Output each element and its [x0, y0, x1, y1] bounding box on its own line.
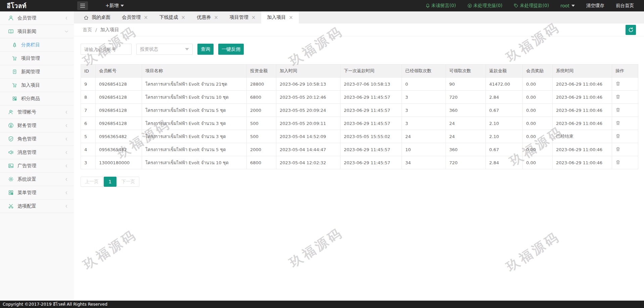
table-cell: 0926854128	[96, 117, 142, 130]
page-content: 投资状态 查询 一键反佣 ID会员帐号项目名称投资金额加入时间下一次返款时间已经…	[74, 36, 644, 187]
shield-check-icon	[8, 136, 14, 142]
table-cell: 0956365482	[96, 143, 142, 156]
notification-link[interactable]: 未读留言(0)	[425, 3, 456, 9]
sidebar-item-菜单管理[interactable]: 菜单管理	[0, 186, 74, 200]
trash-icon[interactable]	[615, 133, 620, 139]
sidebar-item-项目管理[interactable]: 项目管理	[0, 52, 74, 65]
sidebar-item-管理帐号[interactable]: 管理帐号	[0, 105, 74, 119]
sidebar-item-角色管理[interactable]: 角色管理	[0, 132, 74, 146]
sidebar-item-选项配置[interactable]: 选项配置	[0, 200, 74, 213]
close-icon[interactable]: ×	[181, 15, 186, 20]
tab-加入项目[interactable]: 加入项目×	[261, 11, 299, 24]
trash-icon[interactable]	[615, 81, 620, 86]
trash-icon[interactable]	[615, 160, 620, 165]
sidebar-item-广告管理[interactable]: 广告管理	[0, 159, 74, 173]
table-cell: 7	[81, 104, 96, 117]
table-cell: 2023-06-29 10:58:13	[276, 78, 340, 91]
table-cell: 41472.00	[486, 78, 523, 91]
table-cell: 2023-05-04 14:44:47	[276, 143, 340, 156]
table-cell: 8	[81, 91, 96, 104]
chevron-left-icon	[64, 177, 68, 181]
trash-icon[interactable]	[615, 94, 620, 99]
front-home-link[interactable]: 前台首页	[616, 3, 634, 9]
trash-icon[interactable]	[615, 120, 620, 126]
tree-icon	[12, 42, 17, 47]
refresh-icon	[628, 27, 634, 33]
sidebar-item-财务管理[interactable]: 财务管理	[0, 119, 74, 132]
sidebar-item-label: 加入项目	[21, 82, 40, 88]
member-account-input[interactable]	[81, 44, 132, 55]
column-header-下一次返款时间: 下一次返款时间	[340, 64, 402, 78]
column-header-会员帐号: 会员帐号	[96, 64, 142, 78]
document-icon	[12, 69, 17, 74]
tab-下线提成[interactable]: 下线提成×	[154, 11, 191, 24]
close-icon[interactable]: ×	[144, 15, 148, 20]
clear-cache-link[interactable]: 清空缓存	[586, 3, 604, 9]
notification-link[interactable]: 未处理充值(0)	[467, 3, 503, 9]
filter-toolbar: 投资状态 查询 一键反佣	[81, 44, 637, 55]
table-row: 90926854128โครงการเสาเข็มไฟฟ้า Evolt จำน…	[81, 78, 638, 91]
table-cell: โครงการเสาเข็มไฟฟ้า Evolt จำนวน 10 ชุด	[142, 91, 247, 104]
close-icon[interactable]: ×	[214, 15, 218, 20]
add-new-button[interactable]: +新增	[105, 3, 124, 9]
close-icon[interactable]: ×	[251, 15, 256, 20]
column-header-已经领取次数: 已经领取次数	[402, 64, 446, 78]
username: root	[560, 3, 569, 8]
table-row: 313000180000โครงการเสาเข็มไฟฟ้า Evolt จำ…	[81, 156, 638, 169]
invest-status-select[interactable]: 投资状态	[136, 44, 193, 55]
sidebar-item-分类栏目[interactable]: 分类栏目	[0, 38, 74, 52]
notification-link[interactable]: 未处理提款(0)	[514, 3, 549, 9]
column-header-加入时间: 加入时间	[276, 64, 340, 78]
current-page-button[interactable]: 1	[104, 177, 117, 187]
table-cell: 3	[402, 117, 446, 130]
trash-icon[interactable]	[615, 146, 620, 152]
tab-项目管理[interactable]: 项目管理×	[224, 11, 262, 24]
one-key-rebate-button[interactable]: 一键反佣	[218, 44, 244, 55]
sidebar-item-积分商品[interactable]: 积分商品	[0, 92, 74, 105]
pagination: 上一页 1 下一页	[81, 177, 637, 187]
gear-icon	[8, 176, 14, 182]
table-cell: 3	[81, 156, 96, 169]
chevron-left-icon	[64, 164, 68, 168]
sidebar-item-会员管理[interactable]: 会员管理	[0, 11, 74, 25]
actions-cell	[612, 91, 638, 104]
table-cell: 500	[247, 130, 276, 143]
table-cell: 2.84	[486, 156, 523, 169]
table-cell: โครงการเสาเข็มไฟฟ้า Evolt จำนวน 3 ชุด	[142, 117, 247, 130]
sidebar-item-消息管理[interactable]: 消息管理	[0, 146, 74, 159]
actions-cell	[612, 156, 638, 169]
trash-icon[interactable]	[615, 107, 620, 113]
tab-label: 优惠券	[197, 14, 211, 20]
table-cell: โครงการเสาเข็มไฟฟ้า Evolt จำนวน 21ชุด	[142, 78, 247, 91]
tab-我的桌面[interactable]: 我的桌面	[78, 11, 116, 24]
table-cell: 已经结束	[553, 130, 612, 143]
column-header-投资金额: 投资金额	[247, 64, 276, 78]
grid-plus-icon	[8, 190, 14, 195]
sidebar-item-加入项目[interactable]: 加入项目	[0, 79, 74, 92]
table-cell: 90	[446, 78, 486, 91]
close-icon[interactable]: ×	[289, 15, 293, 20]
next-page-button[interactable]: 下一页	[117, 177, 140, 187]
header-right-area: 未读留言(0)未处理充值(0)未处理提款(0) root 清空缓存 前台首页	[425, 3, 644, 9]
sidebar-toggle-button[interactable]	[77, 1, 88, 10]
actions-cell	[612, 117, 638, 130]
sidebar-item-新闻管理[interactable]: 新闻管理	[0, 65, 74, 79]
prev-page-button[interactable]: 上一页	[81, 177, 103, 187]
copyright-text: Copyright ©2017-2019 อีโวลท์ All Rights …	[3, 301, 107, 308]
search-button[interactable]: 查询	[197, 44, 214, 55]
tab-优惠券[interactable]: 优惠券×	[191, 11, 224, 24]
user-dropdown[interactable]: root	[560, 3, 575, 8]
grid-plus-icon	[12, 96, 17, 101]
column-header-系统时间: 系统时间	[553, 64, 612, 78]
sidebar-item-项目新闻[interactable]: 项目新闻	[0, 25, 74, 38]
table-cell: 13000180000	[96, 156, 142, 169]
table-header-row: ID会员帐号项目名称投资金额加入时间下一次返款时间已经领取次数可领取次数返款金额…	[81, 64, 638, 78]
yen-circle-icon	[8, 123, 14, 128]
tab-会员管理[interactable]: 会员管理×	[116, 11, 154, 24]
chevron-left-icon	[64, 124, 68, 128]
refresh-button[interactable]	[626, 25, 636, 35]
sidebar-item-系统设置[interactable]: 系统设置	[0, 173, 74, 186]
sidebar-item-label: 消息管理	[17, 149, 36, 156]
table-cell: โครงการเสาเข็มไฟฟ้า Evolt จำนวน 10 ชุด	[142, 156, 247, 169]
breadcrumb-home[interactable]: 首页	[83, 27, 92, 33]
